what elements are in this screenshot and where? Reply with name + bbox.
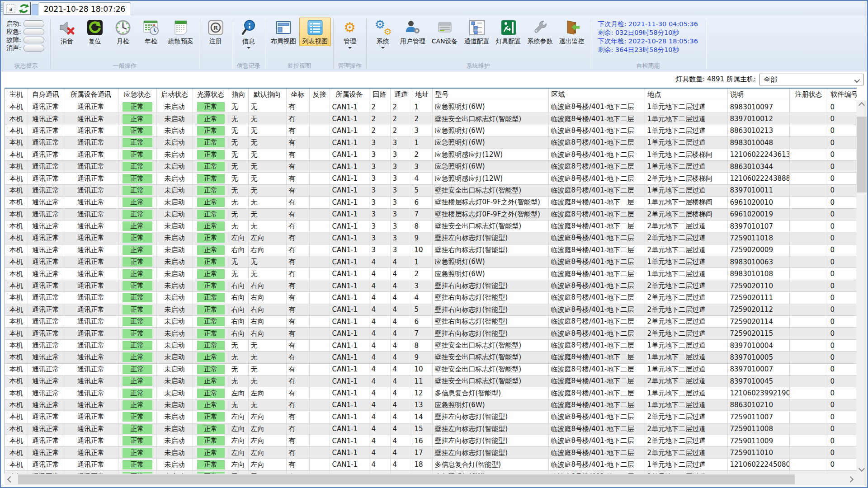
cell: 7259020110 xyxy=(727,280,789,291)
table-row[interactable]: 本机通讯正常通讯正常正常未启动正常无无有CAN1-1222壁挂安全出口标志灯(智… xyxy=(5,113,857,125)
table-row[interactable]: 本机通讯正常通讯正常正常未启动正常无无有CAN1-1448壁挂安全出口标志灯(智… xyxy=(5,339,857,351)
table-row[interactable]: 本机通讯正常通讯正常正常未启动正常右向右向有CAN1-1447壁挂右向标志灯(智… xyxy=(5,328,857,339)
column-header[interactable]: 光源状态 xyxy=(193,89,229,101)
table-row[interactable]: 本机通讯正常通讯正常正常未启动正常右向右向有CAN1-1445壁挂右向标志灯(智… xyxy=(5,304,857,315)
manage-button[interactable]: ⚙管理 xyxy=(336,18,364,49)
column-header[interactable]: 反接 xyxy=(309,89,330,101)
column-header[interactable]: 指向 xyxy=(229,89,248,101)
table-row[interactable]: 本机通讯正常通讯正常正常未启动正常无无有CAN1-1334应急照明感应灯(12W… xyxy=(5,173,857,184)
cell xyxy=(309,220,330,232)
user-management-button[interactable]: 用户管理 xyxy=(397,18,429,46)
layout-view-button[interactable]: 布局视图 xyxy=(268,18,299,46)
cell xyxy=(789,375,828,387)
cell: 有 xyxy=(286,101,309,113)
annual-check-button[interactable]: 年检 xyxy=(137,18,165,46)
table-row[interactable]: 本机通讯正常通讯正常正常未启动正常无无有CAN1-1333应急照明灯(6W)临波… xyxy=(5,160,857,172)
status-badge: 正常 xyxy=(123,150,152,160)
dropdown-arrow-icon xyxy=(381,47,385,49)
table-row[interactable]: 本机通讯正常通讯正常正常未启动正常左向左向有CAN1-14412多信息复合灯(智… xyxy=(5,387,857,399)
scroll-right-button[interactable] xyxy=(844,474,856,485)
monthly-check-button[interactable]: 月检 xyxy=(109,18,137,46)
column-header[interactable]: 地点 xyxy=(645,89,727,101)
cell: 0 xyxy=(828,411,857,423)
system-params-button[interactable]: 系统参数 xyxy=(524,18,556,46)
table-row[interactable]: 本机通讯正常通讯正常正常未启动正常无无有CAN1-1335壁挂安全出口标志灯(智… xyxy=(5,184,857,196)
table-row[interactable]: 本机通讯正常通讯正常正常未启动正常左向左向有CAN1-14417壁挂左向标志灯(… xyxy=(5,447,857,459)
self-check-cycle: 下次月检: 2021-11-30 04:05:36剩余: 032日09时58分1… xyxy=(591,16,706,71)
table-row[interactable]: 本机通讯正常通讯正常正常未启动正常左向左向有CAN1-14414壁挂左向标志灯(… xyxy=(5,411,857,423)
column-header[interactable]: 说明 xyxy=(727,89,789,101)
scroll-left-button[interactable] xyxy=(5,474,16,485)
column-header[interactable]: 型号 xyxy=(432,89,548,101)
column-header[interactable]: 回路 xyxy=(369,89,390,101)
cell: 无 xyxy=(229,113,248,125)
table-row[interactable]: 本机通讯正常通讯正常正常未启动正常无无有CAN1-1332应急照明感应灯(12W… xyxy=(5,149,857,160)
table-row[interactable]: 本机通讯正常通讯正常正常未启动正常左向左向有CAN1-14416壁挂左向标志灯(… xyxy=(5,435,857,446)
cell: 无 xyxy=(229,137,248,149)
vertical-scrollbar[interactable] xyxy=(856,100,867,474)
table-row[interactable]: 本机通讯正常通讯正常正常未启动正常左向左向有CAN1-1339壁挂左向标志灯(智… xyxy=(5,232,857,244)
column-header[interactable]: 默认指向 xyxy=(248,89,286,101)
table-row[interactable]: 本机通讯正常通讯正常正常未启动正常无无有CAN1-1223应急照明灯(6W)临波… xyxy=(5,125,857,136)
status-badge: 正常 xyxy=(197,293,225,302)
scroll-up-button[interactable] xyxy=(856,100,867,110)
reset-button[interactable]: 复位 xyxy=(81,18,109,46)
info-button[interactable]: 信息 xyxy=(235,18,263,49)
table-row[interactable]: 本机通讯正常通讯正常正常未启动正常无无有CAN1-1221应急照明灯(6W)临波… xyxy=(5,101,857,113)
text-select-icon[interactable]: a xyxy=(6,4,16,14)
table-row[interactable]: 本机通讯正常通讯正常正常未启动正常右向右向有CAN1-1446壁挂右向标志灯(智… xyxy=(5,316,857,328)
column-header[interactable]: 区域 xyxy=(548,89,645,101)
datetime-tab[interactable]: 2021-10-28 18:07:26 xyxy=(38,2,131,16)
system-button[interactable]: ⚙⚙系统 xyxy=(369,18,397,49)
column-header[interactable]: 所属设备通讯 xyxy=(64,89,118,101)
monitor-view: 布局视图列表视图监控视图 xyxy=(266,16,333,71)
column-header[interactable]: 坐标 xyxy=(286,89,309,101)
table-row[interactable]: 本机通讯正常通讯正常正常未启动正常无无有CAN1-14410壁挂安全出口标志灯(… xyxy=(5,363,857,375)
cell: 0 xyxy=(828,220,857,232)
table-row[interactable]: 本机通讯正常通讯正常正常未启动正常无无有CAN1-1338壁挂安全出口标志灯(智… xyxy=(5,220,857,232)
vertical-scroll-thumb[interactable] xyxy=(857,117,867,192)
column-header[interactable]: 所属设备 xyxy=(330,89,369,101)
cell: 有 xyxy=(286,435,309,446)
table-row[interactable]: 本机通讯正常通讯正常正常未启动正常左向左向有CAN1-14415壁挂左向标志灯(… xyxy=(5,423,857,435)
column-header[interactable]: 启动状态 xyxy=(156,89,193,101)
table-row[interactable]: 本机通讯正常通讯正常正常未启动正常无无有CAN1-1442应急照明灯(6W)临波… xyxy=(5,268,857,280)
column-header[interactable]: 应急状态 xyxy=(118,89,156,101)
column-header[interactable]: 软件编号 xyxy=(828,89,857,101)
column-header[interactable]: 通道 xyxy=(390,89,412,101)
horizontal-scroll-thumb[interactable] xyxy=(18,474,795,484)
cell: 通讯正常 xyxy=(64,280,118,291)
green-refresh-icon[interactable] xyxy=(19,4,29,14)
horizontal-scrollbar[interactable] xyxy=(5,474,856,485)
cell: 通讯正常 xyxy=(28,423,64,435)
table-row[interactable]: 本机通讯正常通讯正常正常未启动正常右向右向有CAN1-13310壁挂右向标志灯(… xyxy=(5,244,857,256)
cell: 通讯正常 xyxy=(28,160,64,172)
cell: 8983010108 xyxy=(727,268,789,280)
scroll-down-button[interactable] xyxy=(856,464,867,474)
table-row[interactable]: 本机通讯正常通讯正常正常未启动正常无无有CAN1-14411壁挂安全出口标志灯(… xyxy=(5,375,857,387)
mute-button[interactable]: 消音 xyxy=(53,18,81,46)
cell: 无 xyxy=(248,125,286,136)
table-row[interactable]: 本机通讯正常通讯正常正常未启动正常无无有CAN1-14413应急照明灯(6W)临… xyxy=(5,399,857,411)
lamp-config-button[interactable]: 灯具配置 xyxy=(493,18,524,46)
evacuation-plan-button[interactable]: 疏散预案 xyxy=(165,18,197,46)
table-row[interactable]: 本机通讯正常通讯正常正常未启动正常无无有CAN1-1331应急照明灯(6W)临波… xyxy=(5,137,857,149)
table-row[interactable]: 本机通讯正常通讯正常正常未启动正常右向右向有CAN1-1443壁挂右向标志灯(智… xyxy=(5,280,857,291)
column-header[interactable]: 自身通讯 xyxy=(28,89,64,101)
register-button[interactable]: R注册 xyxy=(202,18,230,46)
host-select[interactable]: 全部 xyxy=(760,74,863,85)
column-header[interactable]: 主机 xyxy=(5,89,28,101)
table-row[interactable]: 本机通讯正常通讯正常正常未启动正常无无有CAN1-1449壁挂安全出口标志灯(智… xyxy=(5,352,857,363)
table-row[interactable]: 本机通讯正常通讯正常正常未启动正常无无有CAN1-1336壁挂楼层标志灯0F-9… xyxy=(5,197,857,208)
column-header[interactable]: 注册状态 xyxy=(789,89,828,101)
channel-config-button[interactable]: 通道配置 xyxy=(461,18,493,46)
list-view-button[interactable]: 列表视图 xyxy=(299,18,331,46)
table-row[interactable]: 本机通讯正常通讯正常正常未启动正常左向左向有CAN1-14418多信息复合灯(智… xyxy=(5,459,857,470)
cell: CAN1-1 xyxy=(330,292,369,304)
table-row[interactable]: 本机通讯正常通讯正常正常未启动正常无无有CAN1-1337壁挂楼层标志灯0F-9… xyxy=(5,208,857,220)
table-row[interactable]: 本机通讯正常通讯正常正常未启动正常无无有CAN1-1441应急照明灯(6W)临波… xyxy=(5,256,857,268)
table-row[interactable]: 本机通讯正常通讯正常正常未启动正常右向右向有CAN1-1444壁挂右向标志灯(智… xyxy=(5,292,857,304)
exit-monitor-button[interactable]: 退出监控 xyxy=(556,18,588,46)
can-device-button[interactable]: CAN设备 xyxy=(429,18,461,46)
column-header[interactable]: 地址 xyxy=(412,89,432,101)
